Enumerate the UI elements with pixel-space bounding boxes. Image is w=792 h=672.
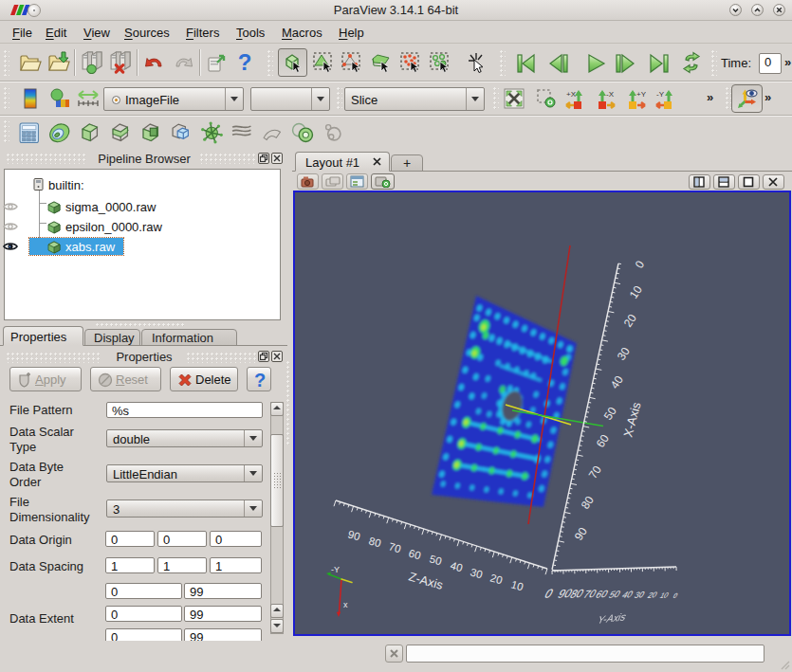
svg-text:-X: -X: [606, 90, 615, 99]
svg-text:-Y: -Y: [656, 90, 665, 99]
svg-text:-Y: -Y: [331, 565, 340, 574]
svg-text:+Y: +Y: [636, 90, 646, 99]
svg-text:x: x: [343, 600, 348, 609]
svg-text:+X: +X: [566, 90, 577, 99]
